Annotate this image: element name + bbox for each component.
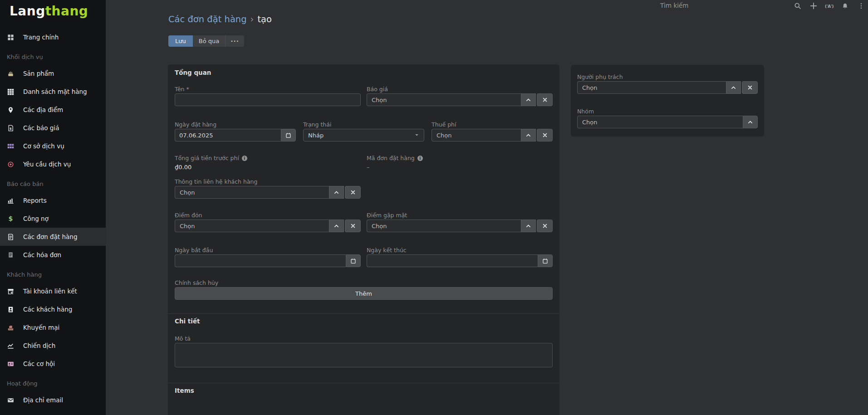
- diem-don-clear-button[interactable]: [345, 220, 361, 232]
- sidebar-item-cac-dia-diem[interactable]: Các địa điểm: [0, 101, 106, 119]
- lien-he-clear-button[interactable]: [345, 186, 361, 199]
- sidebar-item-trang-chinh[interactable]: Trang chính: [0, 28, 106, 46]
- sidebar-item-cac-hoa-don[interactable]: Các hóa đơn: [0, 246, 106, 264]
- sidebar-item-cac-bao-gia[interactable]: $ Các báo giá: [0, 119, 106, 137]
- sidebar-item-dia-chi-email[interactable]: Địa chỉ email: [0, 391, 106, 409]
- lien-he-expand-button[interactable]: [329, 186, 344, 199]
- sidebar: Langthang Trang chính Khối dịch vụ Sản p…: [0, 0, 106, 415]
- sidebar-item-danh-sach-mat-hang[interactable]: Danh sách mặt hàng: [0, 83, 106, 101]
- nguoi-phu-trach-select[interactable]: Chọn: [577, 81, 726, 94]
- ten-input[interactable]: [175, 93, 361, 106]
- ngay-ket-thuc-calendar-button[interactable]: [538, 254, 553, 267]
- sidebar-item-cac-khach-hang[interactable]: Các khách hàng: [0, 300, 106, 318]
- breadcrumb-separator: ›: [250, 14, 254, 24]
- ngay-bat-dau-calendar-button[interactable]: [346, 254, 361, 267]
- field-thue-phi-label: Thuế phí: [432, 121, 553, 128]
- notifications-bell-icon[interactable]: [841, 2, 849, 10]
- ma-don-value: –: [367, 162, 553, 171]
- field-diem-don-label: Điểm đón: [175, 211, 361, 219]
- thue-phi-expand-button[interactable]: [521, 129, 536, 142]
- nhom-expand-button[interactable]: [743, 116, 758, 128]
- sidebar-section-khach-hang: Khách hàng: [0, 264, 106, 282]
- field-mo-ta-label: Mô tả: [175, 335, 553, 342]
- caret-up-icon: [525, 223, 531, 229]
- search-input[interactable]: Tìm kiếm: [660, 2, 688, 9]
- sidebar-item-cac-don-dat-hang[interactable]: Các đơn đặt hàng: [0, 228, 106, 246]
- discard-button[interactable]: Bỏ qua: [193, 35, 225, 47]
- add-icon[interactable]: [809, 2, 817, 10]
- nhom-select[interactable]: Chọn: [577, 116, 743, 128]
- sidebar-section-khoi-dich-vu: Khối dịch vụ: [0, 46, 106, 64]
- search-icon[interactable]: [794, 2, 801, 10]
- nguoi-phu-trach-clear-button[interactable]: [742, 81, 758, 94]
- info-icon[interactable]: i: [417, 156, 423, 161]
- mo-ta-textarea[interactable]: [175, 343, 553, 367]
- ngay-bat-dau-input[interactable]: [175, 254, 346, 267]
- field-bao-gia-label: Báo giá: [367, 85, 553, 93]
- nguoi-phu-trach-expand-button[interactable]: [726, 81, 741, 94]
- save-button[interactable]: Lưu: [168, 35, 193, 47]
- diem-gap-mat-clear-button[interactable]: [537, 220, 553, 232]
- more-actions-button[interactable]: •••: [225, 35, 244, 47]
- kebab-menu-icon[interactable]: [857, 2, 865, 10]
- broadcast-icon[interactable]: ('A'): [825, 2, 833, 10]
- field-nguoi-phu-trach-label: Người phụ trách: [577, 73, 758, 81]
- caret-up-icon: [525, 132, 531, 138]
- close-icon: [350, 223, 356, 229]
- lien-he-select[interactable]: Chọn: [175, 186, 329, 199]
- caret-up-icon: [333, 223, 339, 229]
- section-divider: [168, 383, 559, 383]
- diem-don-expand-button[interactable]: [329, 220, 344, 232]
- sidebar-item-cong-no[interactable]: $ Công nợ: [0, 210, 106, 228]
- campaign-chart-icon: [7, 342, 14, 349]
- sidebar-item-yeu-cau-dich-vu[interactable]: Yêu cầu dịch vụ: [0, 155, 106, 173]
- product-icon: [7, 70, 14, 77]
- field-lien-he-label: Thông tin liên hệ khách hàng: [175, 178, 361, 186]
- field-lien-he: Thông tin liên hệ khách hàng Chọn: [175, 178, 361, 199]
- field-chinh-sach-huy-label: Chính sách hủy: [175, 279, 553, 287]
- trang-thai-dropdown[interactable]: Nháp: [303, 129, 424, 142]
- breadcrumb-parent-link[interactable]: Các đơn đặt hàng: [168, 14, 247, 24]
- field-thue-phi: Thuế phí Chọn: [432, 121, 553, 142]
- field-ngay-dat-hang-label: Ngày đặt hàng: [175, 121, 296, 128]
- thue-phi-clear-button[interactable]: [537, 129, 553, 142]
- sidebar-item-co-so-dich-vu[interactable]: Cơ sở dịch vụ: [0, 137, 106, 155]
- field-ngay-dat-hang: Ngày đặt hàng: [175, 121, 296, 142]
- ngay-dat-hang-calendar-button[interactable]: [281, 129, 296, 142]
- brand-logo[interactable]: Langthang: [10, 4, 88, 19]
- svg-text:$: $: [8, 215, 13, 222]
- sidebar-item-khuyen-mai[interactable]: Khuyến mại: [0, 318, 106, 337]
- ngay-ket-thuc-input[interactable]: [367, 254, 538, 267]
- caret-up-icon: [747, 119, 753, 125]
- close-icon: [542, 132, 548, 138]
- close-icon: [350, 190, 356, 195]
- thue-phi-select[interactable]: Chọn: [432, 129, 521, 142]
- bar-chart-icon: [7, 197, 14, 204]
- ngay-dat-hang-input[interactable]: [175, 129, 281, 142]
- sidebar-item-chien-dich[interactable]: Chiến dịch: [0, 337, 106, 355]
- caret-up-icon: [333, 190, 339, 195]
- order-form-card: Tổng quan Tên * Báo giá Chọn Ngày đặt hà…: [168, 64, 559, 415]
- sidebar-item-san-pham[interactable]: Sản phẩm: [0, 64, 106, 83]
- field-nhom: Nhóm Chọn: [577, 107, 758, 128]
- bao-gia-clear-button[interactable]: [537, 93, 553, 106]
- opportunity-card-icon: [7, 360, 14, 367]
- bao-gia-select[interactable]: Chọn: [367, 93, 521, 106]
- info-icon[interactable]: i: [242, 156, 247, 161]
- field-ten-label: Tên *: [175, 85, 361, 93]
- diem-gap-mat-select[interactable]: Chọn: [367, 220, 521, 232]
- section-divider: [168, 313, 559, 314]
- sidebar-item-tai-khoan-lien-ket[interactable]: Tài khoản liên kết: [0, 282, 106, 300]
- customer-card-icon: [7, 306, 14, 313]
- sidebar-item-cac-co-hoi[interactable]: Các cơ hội: [0, 355, 106, 373]
- diem-gap-mat-expand-button[interactable]: [521, 220, 536, 232]
- sidebar-item-reports[interactable]: Reports: [0, 191, 106, 210]
- caret-up-icon: [525, 97, 531, 103]
- dollar-icon: $: [7, 215, 14, 222]
- bao-gia-expand-button[interactable]: [521, 93, 536, 106]
- diem-don-select[interactable]: Chọn: [175, 220, 329, 232]
- field-chinh-sach-huy: Chính sách hủy Thêm: [175, 279, 553, 300]
- them-button[interactable]: Thêm: [175, 287, 553, 300]
- field-bao-gia: Báo giá Chọn: [367, 85, 553, 106]
- field-ngay-ket-thuc-label: Ngày kết thúc: [367, 246, 553, 254]
